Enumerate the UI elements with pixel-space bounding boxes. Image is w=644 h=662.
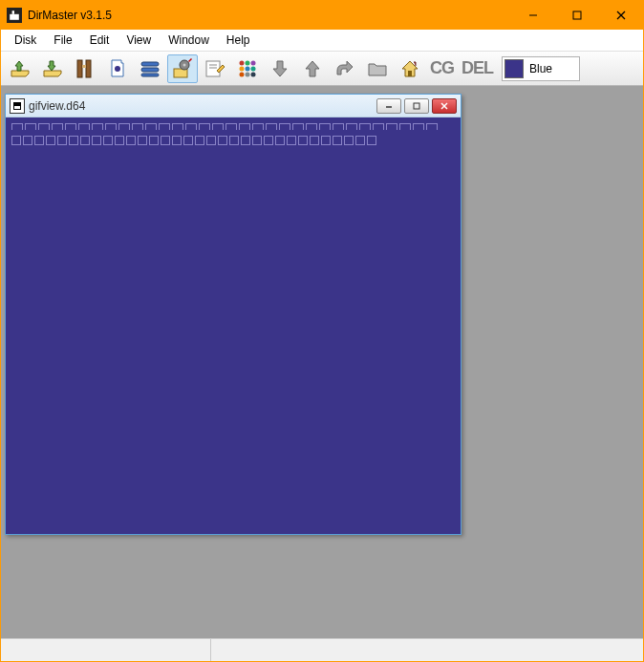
folder-icon [366,57,389,80]
open-arrow-up-button[interactable] [5,54,35,83]
bam-icon [139,57,161,80]
mdi-workspace[interactable]: gifview.d64 [1,86,643,638]
maximize-icon [572,11,582,20]
bam-button[interactable] [135,54,165,83]
color-swatch [504,59,524,78]
import-icon [74,57,97,80]
svg-point-19 [240,60,245,65]
svg-point-25 [240,72,245,76]
svg-point-24 [251,66,256,71]
svg-point-15 [183,63,186,66]
svg-rect-6 [77,60,82,77]
menu-help[interactable]: Help [219,32,258,49]
svg-point-23 [246,66,250,71]
move-down-button[interactable] [265,54,295,83]
svg-point-20 [246,60,250,65]
svg-rect-3 [573,11,581,19]
open-folder-button[interactable] [362,54,393,83]
svg-point-22 [240,66,245,71]
disk-operation-button[interactable] [167,54,198,83]
maximize-button[interactable] [555,1,599,30]
minimize-button[interactable] [511,1,555,30]
menu-disk[interactable]: Disk [7,32,44,49]
status-cell-right [211,639,643,661]
svg-point-21 [251,60,256,65]
disk-operation-icon [171,57,194,80]
close-icon [440,102,449,110]
minimize-icon [384,102,394,110]
svg-rect-16 [206,61,220,76]
forward-button[interactable] [330,54,360,83]
open-arrow-up-icon [9,57,32,80]
document-minimize-button[interactable] [376,98,401,114]
color-picker[interactable]: Blue [502,56,580,81]
import-button[interactable] [70,54,100,83]
menu-edit[interactable]: Edit [82,32,118,49]
menu-view[interactable]: View [118,32,159,49]
directory-view[interactable] [6,117,461,534]
svg-rect-10 [141,62,159,66]
edit-icon [204,57,226,80]
arrow-forward-icon [333,57,356,80]
svg-rect-1 [12,11,14,14]
colors-grid-button[interactable] [232,54,263,83]
document-maximize-button[interactable] [404,98,429,114]
cg-button[interactable]: CG [427,54,457,83]
svg-rect-0 [10,14,19,20]
color-label: Blue [529,62,552,75]
svg-point-26 [246,72,250,76]
app-icon [7,8,22,23]
svg-rect-30 [14,106,20,109]
maximize-icon [412,102,421,110]
menu-window[interactable]: Window [161,32,217,49]
svg-point-9 [115,66,120,72]
document-close-button[interactable] [432,98,457,114]
colors-grid-icon [236,57,259,80]
open-arrow-down-button[interactable] [37,54,68,83]
move-up-button[interactable] [297,54,328,83]
svg-rect-28 [408,71,412,76]
del-button[interactable]: DEL [459,54,496,83]
statusbar [1,638,643,661]
open-arrow-down-icon [41,57,64,80]
status-cell-left [1,639,211,661]
svg-rect-32 [414,103,419,109]
document-title: gifview.d64 [29,99,376,113]
svg-point-27 [251,72,256,76]
menu-file[interactable]: File [46,32,79,49]
house-button[interactable] [395,54,425,83]
arrow-down-icon [268,57,291,80]
directory-row [11,136,455,145]
titlebar[interactable]: DirMaster v3.1.5 [1,1,643,30]
svg-rect-11 [141,68,159,72]
svg-rect-12 [141,74,159,76]
svg-rect-8 [82,65,86,68]
close-icon [616,11,626,20]
document-window[interactable]: gifview.d64 [5,94,462,535]
house-icon [398,57,421,80]
edit-button[interactable] [200,54,230,83]
minimize-icon [528,11,538,20]
arrow-up-icon [301,57,324,80]
svg-rect-7 [86,60,91,77]
document-icon [10,98,25,114]
toolbar: CG DEL Blue [1,52,643,86]
directory-row [11,123,455,133]
app-title: DirMaster v3.1.5 [28,9,112,22]
menubar: Disk File Edit View Window Help [1,30,643,52]
document-titlebar[interactable]: gifview.d64 [6,95,461,117]
copy-file-button[interactable] [102,54,133,83]
close-button[interactable] [599,1,643,30]
main-window: DirMaster v3.1.5 Disk File Edit View Win… [0,0,644,662]
copy-file-icon [106,57,129,80]
